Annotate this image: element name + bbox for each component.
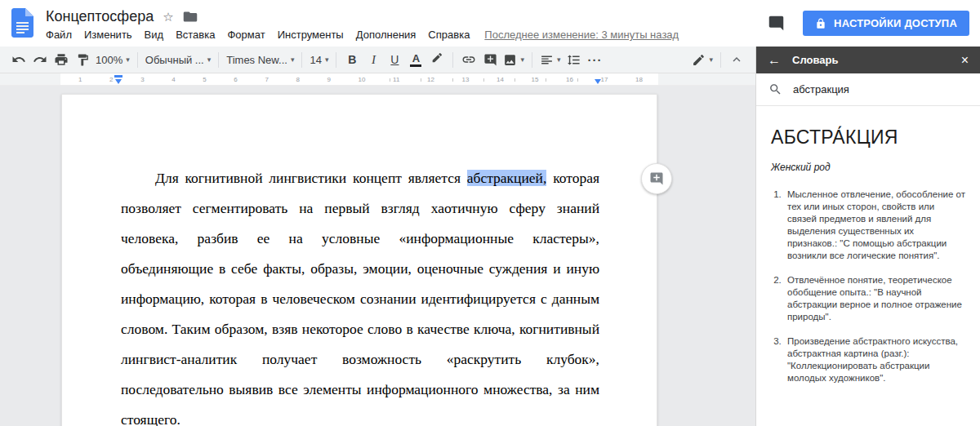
definitions-list: Мысленное отвлечение, обособление от тех… bbox=[771, 189, 965, 384]
toolbar-separator bbox=[720, 52, 721, 68]
line-spacing-icon bbox=[567, 53, 581, 67]
dictionary-search-input[interactable] bbox=[793, 83, 968, 95]
paragraph-1-after: которая позволяет сегментировать на перв… bbox=[121, 170, 599, 426]
docs-logo-icon[interactable] bbox=[11, 8, 33, 41]
share-button[interactable]: НАСТРОЙКИ ДОСТУПА bbox=[803, 11, 969, 36]
paragraph-style-select[interactable]: Обычный ... ▾ bbox=[143, 49, 213, 70]
underline-button[interactable]: U bbox=[384, 49, 405, 70]
dropdown-arrow-icon: ▾ bbox=[557, 56, 561, 64]
paint-format-button[interactable] bbox=[72, 49, 93, 70]
back-icon[interactable]: ← bbox=[768, 54, 781, 67]
close-icon[interactable]: × bbox=[961, 54, 969, 67]
toolbar-separator bbox=[137, 52, 138, 68]
line-spacing-button[interactable] bbox=[563, 49, 584, 70]
dropdown-arrow-icon: ▾ bbox=[325, 56, 329, 64]
ruler[interactable]: 123456789101112131415161718 bbox=[0, 73, 755, 86]
menu-изменить[interactable]: Изменить bbox=[84, 29, 132, 41]
bold-button[interactable]: B bbox=[341, 49, 363, 70]
dropdown-arrow-icon: ▾ bbox=[520, 56, 524, 64]
insert-link-button[interactable] bbox=[458, 49, 479, 70]
left-indent-marker[interactable] bbox=[115, 79, 122, 84]
font-size-select[interactable]: 14 ▾ bbox=[307, 49, 331, 70]
ruler-number: 10 bbox=[357, 76, 368, 84]
more-options-button[interactable]: ··· bbox=[584, 49, 605, 70]
search-icon bbox=[768, 82, 782, 96]
redo-icon bbox=[33, 52, 47, 67]
google-docs-app: Концептосфера ☆ ФайлИзменитьВидВставкаФо… bbox=[0, 0, 980, 426]
highlight-color-button[interactable] bbox=[426, 49, 448, 70]
star-icon[interactable]: ☆ bbox=[163, 10, 173, 24]
definition-item: Произведение абстрактного искусства, абс… bbox=[784, 335, 965, 384]
ruler-numbers: 123456789101112131415161718 bbox=[64, 73, 657, 86]
menu-bar: ФайлИзменитьВидВставкаФорматИнструментыД… bbox=[46, 29, 470, 41]
folder-icon[interactable] bbox=[183, 11, 198, 23]
title-row: Концептосфера ☆ bbox=[46, 7, 768, 26]
print-button[interactable] bbox=[51, 49, 72, 70]
dropdown-arrow-icon: ▾ bbox=[126, 56, 130, 64]
image-icon bbox=[503, 53, 517, 67]
ruler-number: 3 bbox=[139, 76, 145, 84]
menu-формат[interactable]: Формат bbox=[227, 29, 265, 41]
italic-button[interactable]: I bbox=[363, 49, 384, 70]
insert-comment-button[interactable] bbox=[479, 49, 501, 70]
ruler-number: 4 bbox=[170, 76, 176, 84]
menu-row: ФайлИзменитьВидВставкаФорматИнструментыД… bbox=[46, 29, 768, 41]
ruler-number: 12 bbox=[425, 76, 436, 84]
font-family-value: Times New... bbox=[226, 54, 287, 66]
dictionary-search[interactable] bbox=[756, 73, 980, 106]
dropdown-arrow-icon: ▾ bbox=[207, 56, 212, 64]
toolbar-separator bbox=[301, 52, 302, 68]
highlighter-icon bbox=[430, 53, 443, 66]
ruler-number: 9 bbox=[326, 76, 332, 84]
paragraph-style-value: Обычный ... bbox=[145, 54, 204, 66]
dictionary-gender: Женский род bbox=[771, 162, 965, 173]
dictionary-panel-header: ← Словарь × bbox=[756, 47, 980, 73]
ruler-number: 1 bbox=[77, 76, 83, 84]
document-text[interactable]: Для когнитивной лингвистики концепт явля… bbox=[62, 95, 657, 426]
dictionary-panel: ← Словарь × АБСТРА́КЦИЯ Женский род Мысл… bbox=[755, 47, 980, 426]
header-right: НАСТРОЙКИ ДОСТУПА bbox=[768, 0, 980, 36]
pencil-icon bbox=[692, 53, 706, 67]
menu-справка[interactable]: Справка bbox=[428, 29, 470, 41]
toolbar: 100% ▾ Обычный ... ▾ Times New... ▾ 14 ▾… bbox=[0, 47, 755, 73]
dictionary-headword: АБСТРА́КЦИЯ bbox=[771, 126, 965, 149]
align-left-icon bbox=[540, 53, 554, 67]
add-comment-icon bbox=[649, 171, 664, 186]
ruler-number: 16 bbox=[564, 76, 575, 84]
header-main: Концептосфера ☆ ФайлИзменитьВидВставкаФо… bbox=[46, 0, 768, 41]
paragraph-1: Для когнитивной лингвистики концепт явля… bbox=[121, 163, 599, 426]
document-page[interactable]: Для когнитивной лингвистики концепт явля… bbox=[61, 94, 657, 426]
ruler-number: 8 bbox=[294, 76, 301, 84]
toolbar-right: ▾ bbox=[689, 49, 747, 70]
last-edit-link[interactable]: Последнее изменение: 3 минуты назад bbox=[484, 29, 679, 41]
editing-mode-button[interactable]: ▾ bbox=[689, 49, 715, 70]
align-button[interactable]: ▾ bbox=[537, 49, 564, 70]
ruler-number: 13 bbox=[461, 76, 471, 84]
panel-title: Словарь bbox=[792, 54, 950, 66]
menu-инструменты[interactable]: Инструменты bbox=[278, 29, 344, 41]
menu-дополнения[interactable]: Дополнения bbox=[356, 29, 416, 41]
chevron-up-icon bbox=[729, 52, 744, 67]
menu-вид[interactable]: Вид bbox=[145, 29, 164, 41]
toolbar-separator bbox=[452, 52, 453, 68]
right-indent-marker[interactable] bbox=[595, 79, 601, 84]
comments-icon[interactable] bbox=[768, 15, 785, 32]
ruler-number: 7 bbox=[263, 76, 270, 84]
dropdown-arrow-icon: ▾ bbox=[291, 56, 295, 64]
selected-text[interactable]: абстракцией, bbox=[467, 170, 547, 186]
text-color-button[interactable]: A bbox=[405, 49, 426, 70]
collapse-toolbar-button[interactable] bbox=[726, 49, 747, 70]
menu-вставка[interactable]: Вставка bbox=[176, 29, 215, 41]
font-family-select[interactable]: Times New... ▾ bbox=[224, 49, 296, 70]
undo-button[interactable] bbox=[8, 49, 29, 70]
first-line-indent-marker[interactable] bbox=[114, 75, 122, 78]
insert-image-button[interactable]: ▾ bbox=[501, 49, 527, 70]
document-title[interactable]: Концептосфера bbox=[46, 8, 154, 25]
menu-файл[interactable]: Файл bbox=[46, 29, 72, 41]
font-size-value: 14 bbox=[310, 54, 321, 66]
app-header: Концептосфера ☆ ФайлИзменитьВидВставкаФо… bbox=[0, 0, 980, 47]
zoom-select[interactable]: 100% ▾ bbox=[93, 49, 132, 70]
document-canvas: Для когнитивной лингвистики концепт явля… bbox=[0, 86, 755, 426]
redo-button[interactable] bbox=[29, 49, 51, 70]
add-comment-fab-button[interactable] bbox=[641, 163, 672, 194]
